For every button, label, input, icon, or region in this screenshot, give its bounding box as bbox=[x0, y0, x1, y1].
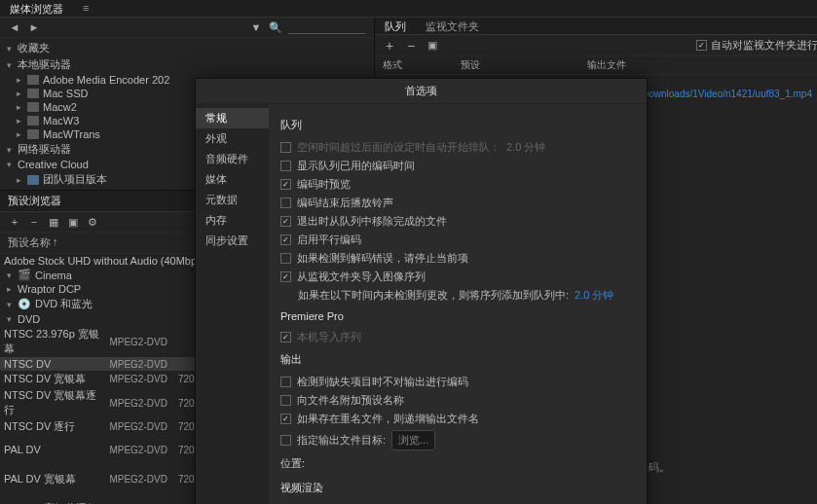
fwd-icon[interactable]: ► bbox=[27, 20, 41, 34]
add-preset-icon[interactable]: + bbox=[8, 215, 21, 229]
col-preset: 预设 bbox=[461, 58, 587, 72]
chk-remove[interactable] bbox=[280, 216, 291, 227]
section-queue: 队列 bbox=[280, 118, 635, 132]
chk-stop[interactable] bbox=[280, 253, 291, 264]
duplicate-icon[interactable]: ▣ bbox=[426, 39, 439, 53]
col-status: 状态 bbox=[812, 58, 817, 72]
tree-local-drives[interactable]: ▾本地驱动器 bbox=[0, 56, 374, 73]
col-preset-name: 预设名称 bbox=[8, 235, 51, 250]
status-text: 就绪 bbox=[812, 89, 817, 102]
remove-source-icon[interactable]: − bbox=[404, 39, 418, 53]
pref-nav-item[interactable]: 内存 bbox=[196, 210, 269, 231]
back-icon[interactable]: ◄ bbox=[8, 20, 21, 34]
pref-nav-item[interactable]: 媒体 bbox=[196, 169, 269, 190]
col-output: 输出文件 bbox=[587, 58, 812, 72]
chk-idle[interactable] bbox=[280, 142, 291, 153]
pref-nav-item[interactable]: 常规 bbox=[196, 108, 269, 128]
dialog-title: 首选项 bbox=[196, 79, 647, 104]
col-format: 格式 bbox=[383, 58, 461, 72]
preset-browser-title: 预设浏览器 bbox=[8, 195, 61, 206]
pref-nav-item[interactable]: 同步设置 bbox=[196, 231, 269, 251]
tab-close-icon[interactable]: ≡ bbox=[73, 0, 98, 18]
chk-parallel[interactable] bbox=[280, 234, 291, 245]
chk-showtime[interactable] bbox=[280, 161, 291, 171]
chk-preview[interactable] bbox=[280, 179, 291, 190]
search-icon[interactable]: 🔍 bbox=[269, 20, 282, 34]
section-output: 输出 bbox=[280, 352, 635, 367]
search-input[interactable] bbox=[288, 20, 366, 34]
preset-settings-icon[interactable]: ▦ bbox=[47, 215, 60, 229]
section-premiere: Premiere Pro bbox=[280, 310, 635, 322]
chk-append[interactable] bbox=[280, 395, 291, 406]
reimport-time[interactable]: 2.0 分钟 bbox=[575, 288, 613, 303]
filter-icon[interactable]: ▼ bbox=[249, 20, 263, 34]
preset-opts-icon[interactable]: ⚙ bbox=[86, 215, 99, 229]
pref-nav-item[interactable]: 元数据 bbox=[196, 190, 269, 210]
chk-native bbox=[280, 332, 291, 342]
auto-encode-checkbox[interactable]: 自动对监视文件夹进行编码 bbox=[696, 38, 817, 53]
browse-button[interactable]: 浏览... bbox=[391, 430, 435, 450]
chk-import-seq[interactable] bbox=[280, 271, 291, 282]
preset-new-icon[interactable]: ▣ bbox=[66, 215, 80, 229]
tab-media-browser[interactable]: 媒体浏览器 bbox=[0, 0, 73, 18]
pref-nav-item[interactable]: 外观 bbox=[196, 128, 269, 149]
chk-target[interactable] bbox=[280, 435, 291, 446]
chk-missing[interactable] bbox=[280, 377, 291, 387]
section-render: 视频渲染 bbox=[280, 481, 635, 495]
remove-preset-icon[interactable]: − bbox=[27, 215, 41, 229]
pref-nav-item[interactable]: 音频硬件 bbox=[196, 149, 269, 169]
tab-watch[interactable]: 监视文件夹 bbox=[416, 18, 489, 35]
preferences-dialog: 首选项 常规外观音频硬件媒体元数据内存同步设置 队列 空闲时间超过后面的设定时自… bbox=[195, 78, 648, 504]
chk-sound[interactable] bbox=[280, 198, 291, 208]
location-label: 位置: bbox=[280, 456, 305, 471]
add-source-icon[interactable]: + bbox=[383, 39, 396, 53]
tree-favorites[interactable]: ▾收藏夹 bbox=[0, 40, 374, 56]
chk-increment[interactable] bbox=[280, 414, 291, 424]
tab-queue[interactable]: 队列 bbox=[375, 18, 416, 35]
